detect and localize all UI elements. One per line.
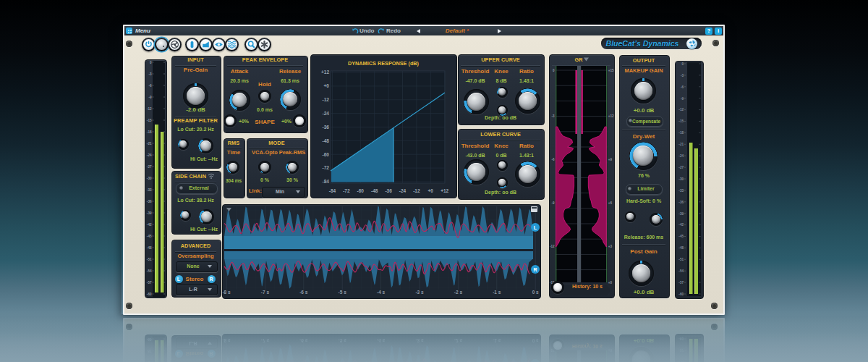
svg-text:0: 0 (150, 61, 152, 64)
svg-text:+3: +3 (608, 245, 613, 248)
svg-text:-3: -3 (551, 114, 554, 118)
svg-text:-6: -6 (551, 158, 554, 161)
svg-text:L: L (534, 225, 537, 230)
svg-text:-51: -51 (147, 258, 152, 261)
svg-text:-48: -48 (147, 246, 152, 250)
svg-text:-3: -3 (681, 74, 684, 77)
svg-text:+0: +0 (608, 281, 613, 285)
svg-text:-15: -15 (678, 119, 684, 123)
svg-text:-42: -42 (678, 223, 684, 227)
svg-text:-24: -24 (323, 111, 330, 116)
svg-text:-51: -51 (678, 258, 684, 261)
svg-text:0: 0 (681, 62, 684, 66)
svg-text:-2 s: -2 s (454, 290, 463, 295)
svg-text:-39: -39 (147, 211, 152, 215)
svg-text:-84: -84 (323, 179, 330, 184)
svg-text:-39: -39 (678, 212, 684, 216)
svg-text:-42: -42 (147, 223, 152, 227)
svg-text:-12: -12 (550, 245, 555, 248)
svg-text:-33: -33 (147, 188, 152, 192)
svg-text:-60: -60 (147, 292, 152, 296)
svg-text:-9: -9 (148, 96, 152, 99)
svg-text:-9: -9 (681, 97, 684, 101)
svg-text:-18: -18 (147, 130, 152, 134)
svg-text:-27: -27 (147, 165, 152, 169)
svg-text:0: 0 (553, 69, 555, 72)
svg-text:-54: -54 (147, 269, 152, 273)
svg-text:-36: -36 (147, 200, 152, 203)
svg-text:DYNAMICS RESPONSE (dB): DYNAMICS RESPONSE (dB) (348, 60, 420, 67)
svg-text:-6: -6 (681, 85, 684, 89)
svg-text:+0: +0 (324, 83, 330, 88)
svg-text:-60: -60 (323, 152, 330, 157)
svg-text:-12: -12 (413, 188, 420, 193)
svg-text:-48: -48 (678, 246, 684, 250)
svg-text:-54: -54 (678, 269, 684, 273)
svg-text:-30: -30 (678, 177, 684, 181)
svg-text:-12: -12 (678, 108, 684, 111)
svg-text:-60: -60 (357, 188, 365, 193)
svg-text:R: R (533, 267, 537, 272)
svg-text:0 s: 0 s (532, 290, 539, 295)
svg-text:+12: +12 (321, 70, 329, 75)
svg-text:-12: -12 (147, 107, 152, 111)
svg-text:-7 s: -7 s (261, 290, 270, 295)
svg-text:-48: -48 (323, 138, 330, 143)
svg-text:-36: -36 (385, 188, 392, 193)
svg-text:-30: -30 (147, 177, 152, 180)
svg-text:-12: -12 (323, 97, 330, 102)
svg-text:-3 s: -3 s (415, 290, 424, 295)
svg-text:-5 s: -5 s (339, 290, 347, 295)
svg-text:-24: -24 (678, 154, 684, 158)
svg-text:-24: -24 (147, 153, 152, 157)
svg-text:+12: +12 (608, 114, 614, 118)
svg-text:+12: +12 (441, 188, 448, 193)
svg-text:+15: +15 (608, 69, 614, 72)
svg-text:-15: -15 (147, 119, 152, 122)
svg-text:-3: -3 (148, 72, 152, 76)
svg-text:-1 s: -1 s (493, 290, 501, 295)
svg-text:+9: +9 (608, 158, 613, 161)
svg-text:-21: -21 (147, 142, 152, 146)
svg-text:-9: -9 (551, 201, 554, 205)
svg-text:GR: GR (575, 56, 584, 63)
svg-text:-21: -21 (678, 143, 684, 146)
svg-text:-8 s: -8 s (222, 290, 231, 295)
svg-text:-48: -48 (371, 188, 378, 193)
svg-text:-18: -18 (678, 131, 684, 135)
svg-text:-27: -27 (678, 166, 684, 169)
svg-text:-4 s: -4 s (377, 290, 386, 295)
svg-text:-45: -45 (147, 235, 152, 238)
svg-text:-57: -57 (678, 281, 684, 285)
svg-text:-72: -72 (343, 188, 350, 193)
svg-text:-60: -60 (678, 292, 684, 296)
svg-text:-6: -6 (148, 84, 152, 88)
svg-text:-33: -33 (678, 189, 684, 193)
svg-text:-24: -24 (399, 188, 407, 193)
svg-text:-84: -84 (329, 188, 336, 193)
svg-text:+6: +6 (608, 201, 613, 205)
svg-text:-72: -72 (323, 165, 330, 170)
svg-text:-36: -36 (678, 201, 684, 204)
svg-text:-36: -36 (323, 125, 330, 130)
svg-text:+0: +0 (428, 188, 434, 193)
svg-text:-6 s: -6 s (299, 290, 308, 295)
svg-text:-45: -45 (678, 235, 684, 238)
svg-text:-57: -57 (147, 281, 152, 285)
